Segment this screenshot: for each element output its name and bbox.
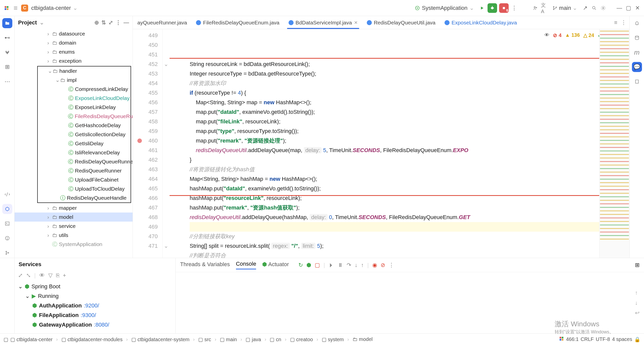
filter-icon[interactable]: ▽ bbox=[48, 272, 53, 279]
tab-more-icon[interactable]: ⋮ bbox=[621, 19, 626, 26]
problems-tool-button[interactable] bbox=[2, 233, 12, 243]
tree-folder[interactable]: ›🗀utils bbox=[15, 231, 133, 240]
tree-class[interactable]: ⒸExposeLinkDelay bbox=[38, 103, 131, 112]
scroll-down-icon[interactable]: ↓ bbox=[635, 300, 639, 306]
services-tool-button[interactable] bbox=[2, 204, 12, 214]
structure-tool-button[interactable]: ⊷ bbox=[2, 33, 12, 43]
tree-folder[interactable]: ›🗀domain bbox=[15, 38, 133, 47]
ai-chat-tool-button[interactable]: 💬 bbox=[632, 62, 642, 72]
tree-class[interactable]: ⒸGetIsliDelay bbox=[38, 139, 131, 148]
threads-tab[interactable]: Threads & Variables bbox=[180, 261, 230, 269]
maximize-icon[interactable]: ▢ bbox=[625, 5, 632, 12]
tree-class[interactable]: ⒸRedisDelayQueueRunner bbox=[38, 157, 131, 166]
tree-folder-handler[interactable]: ⌄🗀handler bbox=[38, 66, 131, 76]
breadcrumbs[interactable]: ▢ ctbigdata-center▢ ctbigdatacenter-modu… bbox=[10, 336, 373, 342]
main-menu-icon[interactable] bbox=[12, 5, 19, 12]
more-actions-icon[interactable]: ⋮ bbox=[511, 5, 518, 12]
tree-folder[interactable]: ›🗀enums bbox=[15, 47, 133, 56]
tab-list-icon[interactable]: ≡ bbox=[614, 19, 617, 26]
hide-panel-icon[interactable]: — bbox=[124, 19, 129, 26]
tree-class[interactable]: ⒸUploadToCloudDelay bbox=[38, 184, 131, 193]
tab[interactable]: ExposeLinkCloudDelay.java bbox=[440, 16, 521, 29]
debug-button[interactable] bbox=[488, 3, 497, 13]
tree-class[interactable]: ⒸUploadFileCabinet bbox=[38, 175, 131, 184]
view-breakpoints-icon[interactable]: ◉ bbox=[372, 262, 377, 268]
pause-icon[interactable]: ⏸ bbox=[338, 262, 343, 268]
readonly-icon[interactable]: 🔒 bbox=[634, 336, 640, 342]
project-name[interactable]: ctbigdata-center bbox=[31, 5, 71, 11]
close-icon[interactable]: ✕ bbox=[634, 5, 641, 12]
translate-icon[interactable]: 文A bbox=[541, 5, 548, 12]
tab[interactable]: FileRedisDelayQueueEnum.java bbox=[191, 16, 284, 29]
build-tool-button[interactable] bbox=[2, 189, 12, 199]
tree-folder[interactable]: ›🗀service bbox=[15, 222, 133, 231]
mute-breakpoints-icon[interactable]: ⊘ bbox=[381, 262, 385, 268]
indent-setting[interactable]: 4 spaces bbox=[612, 336, 632, 342]
tree-folder[interactable]: ›🗀datasource bbox=[15, 29, 133, 38]
debug-more-icon[interactable]: ⋮ bbox=[389, 262, 394, 268]
scroll-up-icon[interactable]: ↑ bbox=[635, 290, 639, 296]
run-button[interactable] bbox=[478, 5, 486, 12]
project-tool-button[interactable] bbox=[2, 18, 12, 28]
tree-folder[interactable]: ›🗀mapper bbox=[15, 203, 133, 213]
search-icon[interactable] bbox=[591, 5, 598, 12]
tree-class[interactable]: ⒸCompressedLinkDelay bbox=[38, 85, 131, 94]
service-app[interactable]: ⬢AuthApplication :9200/ bbox=[18, 301, 172, 310]
more-tool-button[interactable]: ⋯ bbox=[2, 77, 12, 87]
settings-icon[interactable] bbox=[600, 5, 607, 12]
service-app[interactable]: ⬢GatewayApplication :8080/ bbox=[18, 320, 172, 330]
tree-class[interactable]: ⒸIsliRelevanceDelay bbox=[38, 148, 131, 157]
tree-class[interactable]: ⒸGetHashcodeDelay bbox=[38, 121, 131, 130]
select-opened-icon[interactable]: ⊕ bbox=[94, 19, 99, 26]
stop-button[interactable]: 6 bbox=[499, 3, 509, 13]
vcs-tool-button[interactable] bbox=[2, 248, 12, 258]
tab[interactable]: RedisDelayQueueUtil.java bbox=[362, 16, 440, 29]
bookmarks-tool-button[interactable] bbox=[632, 77, 642, 87]
code-area[interactable]: String resourceLink = bdData.getResource… bbox=[170, 29, 599, 258]
actuator-tab[interactable]: ⬢ Actuator bbox=[262, 261, 289, 269]
tree-folder-model[interactable]: ›🗀model bbox=[15, 213, 133, 222]
tree-folder[interactable]: ›🗀exception bbox=[15, 56, 133, 65]
tree-class[interactable]: ⒸExposeLinkCloudDelay bbox=[38, 94, 131, 103]
soft-wrap-icon[interactable]: ↩ bbox=[635, 310, 639, 316]
layout-icon[interactable]: ⊞ bbox=[635, 262, 639, 268]
run-config-selector[interactable]: SystemApplication ⌄ bbox=[412, 4, 476, 12]
code-with-me-icon[interactable] bbox=[532, 5, 539, 12]
tree-class[interactable]: ⒸFileRedisDelayQueueRunner bbox=[38, 112, 131, 121]
tree-class[interactable]: ⒾRedisDelayQueueHandle bbox=[38, 193, 131, 202]
line-separator[interactable]: CRLF bbox=[581, 336, 594, 342]
gitlab-tool-button[interactable] bbox=[2, 47, 12, 57]
fold-column[interactable]: ⌄⌄ bbox=[163, 29, 170, 258]
tool-windows-icon[interactable]: ▢ bbox=[4, 336, 8, 342]
show-icon[interactable]: 👁 bbox=[39, 272, 45, 279]
panel-options-icon[interactable]: ⋮ bbox=[115, 19, 121, 26]
collapse-all-icon[interactable]: ⤢ bbox=[108, 19, 113, 26]
update-project-icon[interactable]: ↗ bbox=[582, 5, 589, 12]
resume-icon[interactable]: ⏵ bbox=[329, 262, 334, 268]
add-service-icon[interactable]: + bbox=[63, 272, 66, 279]
expand-icon[interactable]: ⤢ bbox=[18, 272, 23, 279]
console-tab[interactable]: Console bbox=[236, 261, 256, 269]
service-app[interactable]: ⬢FileApplication :9300/ bbox=[18, 310, 172, 320]
tree-class[interactable]: ⒸGetIslicollectionDelay bbox=[38, 130, 131, 139]
caret-position[interactable]: 466:1 bbox=[566, 336, 579, 342]
rerun-debug-icon[interactable]: ⬢ bbox=[306, 262, 311, 268]
tab[interactable]: ayQueueRunner.java bbox=[133, 16, 191, 29]
stop-process-icon[interactable]: ▢ bbox=[315, 262, 320, 268]
notifications-icon[interactable] bbox=[632, 18, 642, 28]
tab-active[interactable]: BdDataServiceImpl.java✕ bbox=[284, 16, 362, 29]
beans-tool-button[interactable]: ⊞ bbox=[2, 62, 12, 72]
rerun-icon[interactable]: ↻ bbox=[298, 262, 303, 268]
project-tree[interactable]: ›🗀datasource ›🗀domain ›🗀enums ›🗀exceptio… bbox=[15, 29, 133, 258]
gutter[interactable]: 4494504514524534544554564574584594604614… bbox=[133, 29, 163, 258]
database-tool-button[interactable] bbox=[632, 33, 642, 43]
tab-close-icon[interactable]: ✕ bbox=[354, 20, 358, 25]
expand-all-icon[interactable]: ⇅ bbox=[101, 19, 106, 26]
editor-body[interactable]: 👁 ⊘ 4 ▲ 136 △ 24 ✓ 59 ㄑ ﹀ 44945045145245… bbox=[133, 29, 629, 258]
step-into-icon[interactable]: ↓ bbox=[355, 262, 357, 268]
maven-tool-button[interactable]: m bbox=[632, 47, 642, 57]
file-encoding[interactable]: UTF-8 bbox=[596, 336, 610, 342]
tree-folder-impl[interactable]: ⌄🗀impl bbox=[38, 76, 131, 85]
group-icon[interactable]: ⎘ bbox=[56, 272, 59, 279]
step-over-icon[interactable]: ↷ bbox=[347, 262, 351, 268]
